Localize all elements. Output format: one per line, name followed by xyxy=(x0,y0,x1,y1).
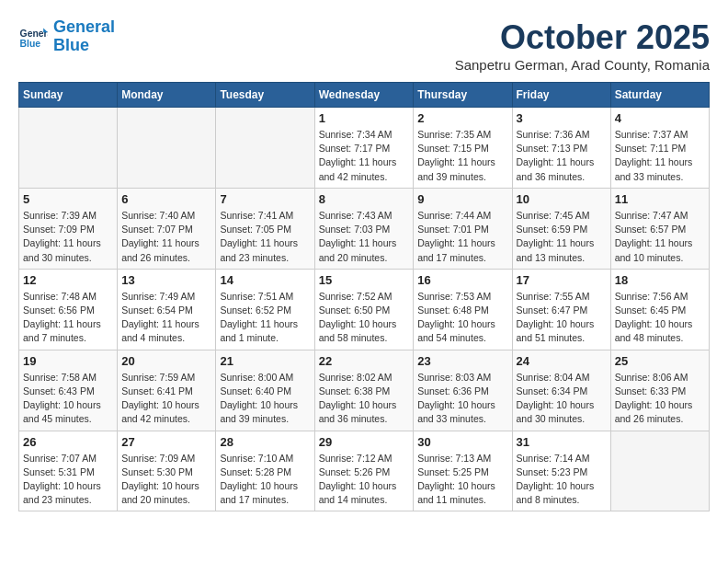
day-info: Sunrise: 7:35 AM Sunset: 7:15 PM Dayligh… xyxy=(417,128,507,184)
calendar-week-row: 12Sunrise: 7:48 AM Sunset: 6:56 PM Dayli… xyxy=(19,269,710,350)
day-number: 25 xyxy=(615,354,705,368)
day-number: 1 xyxy=(319,111,410,125)
calendar: SundayMondayTuesdayWednesdayThursdayFrid… xyxy=(18,82,710,511)
day-number: 14 xyxy=(220,273,310,287)
day-number: 18 xyxy=(615,273,705,287)
day-info: Sunrise: 7:49 AM Sunset: 6:54 PM Dayligh… xyxy=(121,290,211,346)
day-info: Sunrise: 7:07 AM Sunset: 5:31 PM Dayligh… xyxy=(23,452,113,508)
calendar-cell xyxy=(118,108,216,189)
day-info: Sunrise: 7:59 AM Sunset: 6:41 PM Dayligh… xyxy=(121,371,211,427)
calendar-cell: 8Sunrise: 7:43 AM Sunset: 7:03 PM Daylig… xyxy=(314,188,414,269)
location-title: Sanpetru German, Arad County, Romania xyxy=(455,57,710,73)
calendar-cell: 15Sunrise: 7:52 AM Sunset: 6:50 PM Dayli… xyxy=(314,269,414,350)
day-info: Sunrise: 8:04 AM Sunset: 6:34 PM Dayligh… xyxy=(517,371,607,427)
day-number: 21 xyxy=(220,354,310,368)
day-number: 5 xyxy=(23,192,113,206)
calendar-cell: 23Sunrise: 8:03 AM Sunset: 6:36 PM Dayli… xyxy=(414,350,512,431)
day-number: 23 xyxy=(417,354,507,368)
calendar-cell: 19Sunrise: 7:58 AM Sunset: 6:43 PM Dayli… xyxy=(19,350,118,431)
calendar-cell: 2Sunrise: 7:35 AM Sunset: 7:15 PM Daylig… xyxy=(414,108,512,189)
calendar-cell: 7Sunrise: 7:41 AM Sunset: 7:05 PM Daylig… xyxy=(216,188,314,269)
day-number: 17 xyxy=(517,273,607,287)
day-number: 9 xyxy=(417,192,507,206)
calendar-cell: 30Sunrise: 7:13 AM Sunset: 5:25 PM Dayli… xyxy=(414,431,512,511)
day-info: Sunrise: 7:44 AM Sunset: 7:01 PM Dayligh… xyxy=(417,209,507,265)
day-info: Sunrise: 7:45 AM Sunset: 6:59 PM Dayligh… xyxy=(517,209,607,265)
calendar-cell: 29Sunrise: 7:12 AM Sunset: 5:26 PM Dayli… xyxy=(314,431,414,511)
day-number: 11 xyxy=(615,192,705,206)
day-number: 2 xyxy=(417,111,507,125)
calendar-header-row: SundayMondayTuesdayWednesdayThursdayFrid… xyxy=(19,83,710,108)
day-number: 30 xyxy=(417,435,507,449)
calendar-cell: 18Sunrise: 7:56 AM Sunset: 6:45 PM Dayli… xyxy=(610,269,709,350)
day-info: Sunrise: 8:00 AM Sunset: 6:40 PM Dayligh… xyxy=(220,371,310,427)
day-info: Sunrise: 7:52 AM Sunset: 6:50 PM Dayligh… xyxy=(319,290,410,346)
weekday-header: Monday xyxy=(118,83,216,108)
calendar-cell: 20Sunrise: 7:59 AM Sunset: 6:41 PM Dayli… xyxy=(118,350,216,431)
calendar-cell: 6Sunrise: 7:40 AM Sunset: 7:07 PM Daylig… xyxy=(118,188,216,269)
calendar-cell xyxy=(216,108,314,189)
calendar-cell: 5Sunrise: 7:39 AM Sunset: 7:09 PM Daylig… xyxy=(19,188,118,269)
day-info: Sunrise: 8:06 AM Sunset: 6:33 PM Dayligh… xyxy=(615,371,705,427)
calendar-cell: 1Sunrise: 7:34 AM Sunset: 7:17 PM Daylig… xyxy=(314,108,414,189)
day-info: Sunrise: 8:02 AM Sunset: 6:38 PM Dayligh… xyxy=(319,371,410,427)
calendar-cell: 3Sunrise: 7:36 AM Sunset: 7:13 PM Daylig… xyxy=(512,108,610,189)
day-number: 19 xyxy=(23,354,113,368)
day-info: Sunrise: 7:13 AM Sunset: 5:25 PM Dayligh… xyxy=(417,452,507,508)
weekday-header: Thursday xyxy=(414,83,512,108)
day-number: 10 xyxy=(517,192,607,206)
day-info: Sunrise: 7:12 AM Sunset: 5:26 PM Dayligh… xyxy=(319,452,410,508)
calendar-cell: 26Sunrise: 7:07 AM Sunset: 5:31 PM Dayli… xyxy=(19,431,118,511)
day-number: 20 xyxy=(121,354,211,368)
title-block: October 2025 Sanpetru German, Arad Count… xyxy=(455,18,710,73)
day-number: 13 xyxy=(121,273,211,287)
calendar-cell xyxy=(610,431,709,511)
calendar-cell xyxy=(19,108,118,189)
calendar-cell: 13Sunrise: 7:49 AM Sunset: 6:54 PM Dayli… xyxy=(118,269,216,350)
calendar-cell: 27Sunrise: 7:09 AM Sunset: 5:30 PM Dayli… xyxy=(118,431,216,511)
day-number: 31 xyxy=(517,435,607,449)
day-info: Sunrise: 7:55 AM Sunset: 6:47 PM Dayligh… xyxy=(517,290,607,346)
day-info: Sunrise: 7:10 AM Sunset: 5:28 PM Dayligh… xyxy=(220,452,310,508)
calendar-cell: 17Sunrise: 7:55 AM Sunset: 6:47 PM Dayli… xyxy=(512,269,610,350)
day-info: Sunrise: 7:34 AM Sunset: 7:17 PM Dayligh… xyxy=(319,128,410,184)
weekday-header: Wednesday xyxy=(314,83,414,108)
calendar-cell: 31Sunrise: 7:14 AM Sunset: 5:23 PM Dayli… xyxy=(512,431,610,511)
calendar-cell: 14Sunrise: 7:51 AM Sunset: 6:52 PM Dayli… xyxy=(216,269,314,350)
weekday-header: Friday xyxy=(512,83,610,108)
page-header: General Blue GeneralBlue October 2025 Sa… xyxy=(18,18,710,73)
calendar-cell: 28Sunrise: 7:10 AM Sunset: 5:28 PM Dayli… xyxy=(216,431,314,511)
day-number: 6 xyxy=(121,192,211,206)
logo: General Blue GeneralBlue xyxy=(18,18,115,55)
day-number: 29 xyxy=(319,435,410,449)
day-info: Sunrise: 7:09 AM Sunset: 5:30 PM Dayligh… xyxy=(121,452,211,508)
day-info: Sunrise: 7:53 AM Sunset: 6:48 PM Dayligh… xyxy=(417,290,507,346)
day-info: Sunrise: 7:37 AM Sunset: 7:11 PM Dayligh… xyxy=(615,128,705,184)
day-number: 28 xyxy=(220,435,310,449)
logo-icon: General Blue xyxy=(18,22,48,52)
day-number: 24 xyxy=(517,354,607,368)
calendar-cell: 21Sunrise: 8:00 AM Sunset: 6:40 PM Dayli… xyxy=(216,350,314,431)
weekday-header: Tuesday xyxy=(216,83,314,108)
calendar-cell: 22Sunrise: 8:02 AM Sunset: 6:38 PM Dayli… xyxy=(314,350,414,431)
calendar-cell: 12Sunrise: 7:48 AM Sunset: 6:56 PM Dayli… xyxy=(19,269,118,350)
day-info: Sunrise: 7:36 AM Sunset: 7:13 PM Dayligh… xyxy=(517,128,607,184)
day-number: 22 xyxy=(319,354,410,368)
day-number: 16 xyxy=(417,273,507,287)
day-info: Sunrise: 8:03 AM Sunset: 6:36 PM Dayligh… xyxy=(417,371,507,427)
calendar-cell: 9Sunrise: 7:44 AM Sunset: 7:01 PM Daylig… xyxy=(414,188,512,269)
day-number: 27 xyxy=(121,435,211,449)
calendar-cell: 11Sunrise: 7:47 AM Sunset: 6:57 PM Dayli… xyxy=(610,188,709,269)
calendar-week-row: 1Sunrise: 7:34 AM Sunset: 7:17 PM Daylig… xyxy=(19,108,710,189)
day-number: 7 xyxy=(220,192,310,206)
day-number: 15 xyxy=(319,273,410,287)
calendar-cell: 4Sunrise: 7:37 AM Sunset: 7:11 PM Daylig… xyxy=(610,108,709,189)
calendar-cell: 25Sunrise: 8:06 AM Sunset: 6:33 PM Dayli… xyxy=(610,350,709,431)
day-info: Sunrise: 7:56 AM Sunset: 6:45 PM Dayligh… xyxy=(615,290,705,346)
day-info: Sunrise: 7:47 AM Sunset: 6:57 PM Dayligh… xyxy=(615,209,705,265)
day-number: 8 xyxy=(319,192,410,206)
calendar-week-row: 19Sunrise: 7:58 AM Sunset: 6:43 PM Dayli… xyxy=(19,350,710,431)
svg-text:Blue: Blue xyxy=(20,39,41,49)
calendar-week-row: 26Sunrise: 7:07 AM Sunset: 5:31 PM Dayli… xyxy=(19,431,710,511)
calendar-week-row: 5Sunrise: 7:39 AM Sunset: 7:09 PM Daylig… xyxy=(19,188,710,269)
